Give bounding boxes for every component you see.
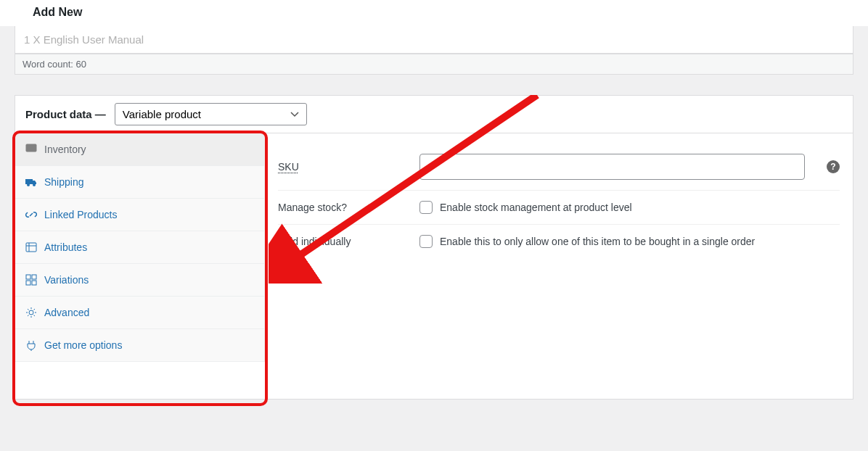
svg-rect-12	[26, 281, 30, 285]
plug-icon	[25, 339, 37, 351]
svg-rect-4	[25, 179, 33, 184]
svg-rect-13	[32, 281, 36, 285]
sold-individually-label: Sold individually	[278, 236, 405, 247]
inventory-panel: SKU ? Manage stock? Enable stock managem…	[265, 133, 853, 362]
sold-individually-checkbox-label: Enable this to only allow one of this it…	[440, 236, 755, 247]
tab-inventory[interactable]: Inventory	[15, 133, 264, 166]
page-title: Add New	[33, 6, 82, 18]
help-icon[interactable]: ?	[827, 160, 840, 173]
tab-linked-products[interactable]: Linked Products	[15, 199, 264, 231]
tab-label: Variations	[44, 274, 89, 286]
tab-attributes[interactable]: Attributes	[15, 231, 264, 264]
svg-point-14	[29, 310, 33, 315]
tab-variations[interactable]: Variations	[15, 264, 264, 297]
svg-point-6	[33, 183, 36, 186]
variations-icon	[25, 274, 37, 286]
product-data-header: Product data — Variable product	[15, 96, 853, 133]
word-count-bar: Word count: 60	[15, 54, 853, 75]
tab-advanced[interactable]: Advanced	[15, 297, 264, 329]
sold-individually-checkbox[interactable]	[419, 235, 433, 248]
product-data-panel: Product data — Variable product Inventor…	[15, 95, 853, 400]
inventory-icon	[25, 144, 37, 155]
tab-shipping[interactable]: Shipping	[15, 166, 264, 199]
svg-point-5	[27, 183, 30, 186]
product-type-select[interactable]: Variable product	[115, 103, 307, 125]
editor-content-cutoff: 1 X English User Manual	[15, 26, 853, 54]
tab-label: Attributes	[44, 241, 87, 253]
manage-stock-checkbox[interactable]	[419, 201, 433, 214]
sku-label: SKU	[278, 161, 405, 173]
product-data-sidebar: Inventory Shipping Linked Products	[15, 133, 265, 362]
tab-label: Inventory	[44, 144, 86, 155]
sku-input[interactable]	[419, 154, 805, 180]
gear-icon	[25, 307, 37, 318]
product-data-title: Product data —	[25, 108, 106, 120]
svg-rect-10	[26, 275, 30, 279]
svg-rect-11	[32, 275, 36, 279]
tab-label: Shipping	[44, 176, 84, 188]
tab-get-more-options[interactable]: Get more options	[15, 329, 264, 362]
shipping-icon	[25, 176, 37, 188]
manage-stock-label: Manage stock?	[278, 202, 405, 213]
tab-label: Advanced	[44, 307, 89, 318]
attributes-icon	[25, 241, 37, 253]
svg-rect-7	[26, 243, 36, 252]
tab-label: Linked Products	[44, 209, 117, 220]
svg-rect-3	[28, 146, 30, 147]
tab-label: Get more options	[44, 339, 122, 351]
link-icon	[25, 209, 37, 220]
manage-stock-checkbox-label: Enable stock management at product level	[440, 202, 632, 213]
